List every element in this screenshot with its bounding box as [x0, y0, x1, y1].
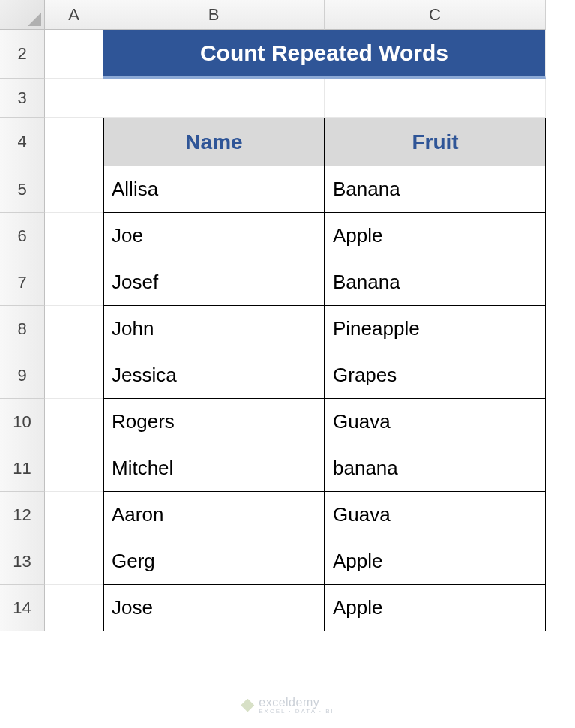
- column-header-b[interactable]: B: [103, 0, 325, 30]
- cell-a2[interactable]: [45, 30, 103, 79]
- table-row[interactable]: Aaron: [103, 492, 325, 538]
- row-header-7[interactable]: 7: [0, 259, 45, 306]
- cell-a9[interactable]: [45, 352, 103, 399]
- row-header-9[interactable]: 9: [0, 352, 45, 399]
- row-header-5[interactable]: 5: [0, 166, 45, 213]
- title-banner[interactable]: Count Repeated Words: [103, 30, 546, 79]
- select-all-corner[interactable]: [0, 0, 45, 30]
- table-row[interactable]: Pineapple: [325, 306, 546, 352]
- cell-a12[interactable]: [45, 492, 103, 538]
- row-header-8[interactable]: 8: [0, 306, 45, 352]
- row-header-11[interactable]: 11: [0, 445, 45, 492]
- cell-a3[interactable]: [45, 79, 103, 118]
- cell-a4[interactable]: [45, 118, 103, 166]
- table-row[interactable]: Josef: [103, 259, 325, 306]
- table-row[interactable]: Rogers: [103, 399, 325, 445]
- table-row[interactable]: Guava: [325, 399, 546, 445]
- row-header-12[interactable]: 12: [0, 492, 45, 538]
- cell-a14[interactable]: [45, 585, 103, 631]
- cell-a8[interactable]: [45, 306, 103, 352]
- watermark-icon: [241, 699, 254, 712]
- table-row[interactable]: Banana: [325, 259, 546, 306]
- row-header-6[interactable]: 6: [0, 213, 45, 259]
- table-row[interactable]: Gerg: [103, 538, 325, 585]
- table-row[interactable]: Guava: [325, 492, 546, 538]
- table-row[interactable]: Apple: [325, 585, 546, 631]
- table-row[interactable]: Banana: [325, 166, 546, 213]
- table-row[interactable]: Mitchel: [103, 445, 325, 492]
- cell-a6[interactable]: [45, 213, 103, 259]
- cell-a13[interactable]: [45, 538, 103, 585]
- cell-a10[interactable]: [45, 399, 103, 445]
- table-row[interactable]: Grapes: [325, 352, 546, 399]
- column-header-c[interactable]: C: [325, 0, 546, 30]
- table-row[interactable]: Allisa: [103, 166, 325, 213]
- watermark: exceldemy EXCEL · DATA · BI: [241, 696, 334, 715]
- table-row[interactable]: Joe: [103, 213, 325, 259]
- cell-a11[interactable]: [45, 445, 103, 492]
- table-header-fruit[interactable]: Fruit: [325, 118, 546, 166]
- table-row[interactable]: Apple: [325, 538, 546, 585]
- column-header-a[interactable]: A: [45, 0, 103, 30]
- table-row[interactable]: Jose: [103, 585, 325, 631]
- row-header-2[interactable]: 2: [0, 30, 45, 79]
- row-header-4[interactable]: 4: [0, 118, 45, 166]
- table-row[interactable]: Jessica: [103, 352, 325, 399]
- row-header-14[interactable]: 14: [0, 585, 45, 631]
- cell-a7[interactable]: [45, 259, 103, 306]
- spreadsheet-grid: A B C 2 Count Repeated Words 3 4 Name Fr…: [0, 0, 575, 631]
- watermark-tagline: EXCEL · DATA · BI: [259, 708, 334, 715]
- cell-a5[interactable]: [45, 166, 103, 213]
- table-header-name[interactable]: Name: [103, 118, 325, 166]
- row-header-10[interactable]: 10: [0, 399, 45, 445]
- row-header-3[interactable]: 3: [0, 79, 45, 118]
- table-row[interactable]: Apple: [325, 213, 546, 259]
- table-row[interactable]: banana: [325, 445, 546, 492]
- table-row[interactable]: John: [103, 306, 325, 352]
- cell-c3[interactable]: [325, 79, 546, 118]
- cell-b3[interactable]: [103, 79, 325, 118]
- row-header-13[interactable]: 13: [0, 538, 45, 585]
